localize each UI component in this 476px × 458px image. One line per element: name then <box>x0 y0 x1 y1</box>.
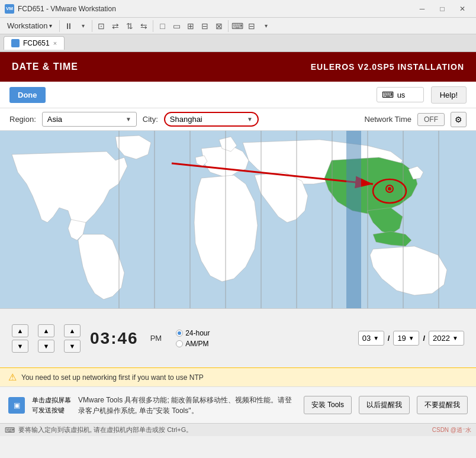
seconds-up-button[interactable]: ▲ <box>64 324 81 337</box>
month-value: 03 <box>362 334 371 343</box>
vm-screen[interactable]: DATE & TIME EULEROS V2.0SP5 INSTALLATION… <box>0 52 476 423</box>
tab-label: FCD651 <box>23 39 50 47</box>
done-button[interactable]: Done <box>9 87 46 103</box>
terminal-icon[interactable]: ⌨ <box>231 20 244 33</box>
tab-vm-icon <box>11 39 20 47</box>
title-bar-text: FCD651 - VMware Workstation <box>18 5 413 13</box>
close-button[interactable]: ✕ <box>454 3 471 15</box>
time-format-group: 24-hour AM/PM <box>176 329 210 348</box>
no-remind-button[interactable]: 不要提醒我 <box>417 396 468 414</box>
hours-controls: ▲ ▼ <box>12 324 28 353</box>
date-separator-1: / <box>388 334 390 343</box>
csdn-watermark: CSDN @逍⁻水 <box>432 426 471 434</box>
hours-up-button[interactable]: ▲ <box>12 324 28 337</box>
window-icon-2[interactable]: ▭ <box>170 20 183 33</box>
vm-icon-2[interactable]: ⇄ <box>109 20 122 33</box>
hours-down-button[interactable]: ▼ <box>12 340 28 353</box>
day-select[interactable]: 19 ▼ <box>393 331 419 346</box>
24hour-label: 24-hour <box>185 329 210 337</box>
svg-rect-5 <box>260 131 262 308</box>
network-time-toggle[interactable]: OFF <box>417 113 445 126</box>
keyboard-input-area: ⌨ us <box>377 87 424 102</box>
tab-close-button[interactable]: × <box>53 40 57 47</box>
world-map <box>0 131 476 308</box>
year-value: 2022 <box>433 334 450 343</box>
svg-rect-9 <box>403 131 404 308</box>
vm-tools-description: VMware Tools 具有很多功能; 能改善鼠标移动性、视频和性能。请登录客… <box>78 395 297 416</box>
window-icon-3[interactable]: ⊞ <box>184 20 197 33</box>
toolbar-dropdown-2[interactable]: ▾ <box>259 20 272 33</box>
24hour-radio[interactable] <box>176 330 183 337</box>
status-message: 要将输入定向到该虚拟机, 请在虚拟机内部单击或按 Ctrl+G。 <box>18 425 192 434</box>
pause-icon[interactable]: ⏸ <box>62 20 75 33</box>
vm-icon-1[interactable]: ⊡ <box>95 20 108 33</box>
city-dropdown-icon: ▼ <box>247 116 253 122</box>
city-value: Shanghai <box>170 115 202 124</box>
24hour-option[interactable]: 24-hour <box>176 329 210 337</box>
svg-rect-7 <box>332 131 333 308</box>
seconds-down-button[interactable]: ▼ <box>64 340 81 353</box>
warning-bar: ⚠ You need to set up networking first if… <box>0 367 476 386</box>
window-controls: ─ □ ✕ <box>413 3 471 15</box>
gear-button[interactable]: ⚙ <box>451 112 467 127</box>
year-select[interactable]: 2022 ▼ <box>429 331 464 346</box>
minutes-up-button[interactable]: ▲ <box>38 324 54 337</box>
svg-rect-1 <box>118 131 120 308</box>
menu-separator-4 <box>228 20 229 32</box>
toolbar-group-4: ⌨ ⊟ ▾ <box>231 20 272 33</box>
month-select[interactable]: 03 ▼ <box>358 331 384 346</box>
keyboard-icon: ⌨ <box>382 90 394 99</box>
vm-tools-icon: ▣ <box>8 397 25 414</box>
region-value: Asia <box>47 115 62 124</box>
time-area: ▲ ▼ ▲ ▼ ▲ ▼ 03:46 PM 24-hour AM/PM 03 <box>0 308 476 367</box>
svg-rect-2 <box>154 131 155 308</box>
city-label: City: <box>143 115 158 124</box>
vm-icon-3[interactable]: ⇅ <box>123 20 136 33</box>
status-bar: ⌨ 要将输入定向到该虚拟机, 请在虚拟机内部单击或按 Ctrl+G。 CSDN … <box>0 423 476 436</box>
window-icon-1[interactable]: □ <box>156 20 169 33</box>
vm-info-text-group: 单击虚拟屏幕 可发送按键 <box>32 396 71 415</box>
date-area: 03 ▼ / 19 ▼ / 2022 ▼ <box>358 331 464 346</box>
toolbar-group-1: ⏸ ▾ <box>62 20 89 33</box>
header-subtitle: EULEROS V2.0SP5 INSTALLATION <box>311 62 464 72</box>
svg-rect-8 <box>367 131 368 308</box>
vm-icon-symbol: ▣ <box>14 401 20 409</box>
warning-message: You need to set up networking first if y… <box>21 373 204 382</box>
workstation-menu[interactable]: Workstation ▾ <box>2 19 57 33</box>
time-display: 03:46 <box>90 329 139 348</box>
title-bar: VM FCD651 - VMware Workstation ─ □ ✕ <box>0 0 476 18</box>
help-button[interactable]: Help! <box>431 86 467 104</box>
window-icon-4[interactable]: ⊟ <box>198 20 211 33</box>
ampm-option[interactable]: AM/PM <box>176 340 210 348</box>
toolbar-group-2: ⊡ ⇄ ⇅ ⇆ <box>95 20 150 33</box>
minutes-down-button[interactable]: ▼ <box>38 340 54 353</box>
app-icon: VM <box>5 4 14 14</box>
menu-separator-1 <box>59 20 60 32</box>
ampm-radio[interactable] <box>176 340 183 347</box>
month-dropdown-icon: ▼ <box>373 335 379 341</box>
vm-tab[interactable]: FCD651 × <box>4 36 65 50</box>
minimize-button[interactable]: ─ <box>413 3 431 15</box>
toolbar-dropdown-1[interactable]: ▾ <box>76 20 89 33</box>
maximize-button[interactable]: □ <box>433 3 451 15</box>
vm-icon-4[interactable]: ⇆ <box>137 20 150 33</box>
menu-separator-2 <box>92 20 92 32</box>
vm-info-line2: 可发送按键 <box>32 406 71 415</box>
svg-rect-6 <box>296 131 297 308</box>
keyboard-lang: us <box>397 91 406 99</box>
region-select[interactable]: Asia ▼ <box>42 112 137 127</box>
svg-point-12 <box>388 187 391 191</box>
svg-rect-16 <box>346 131 361 308</box>
region-label: Region: <box>9 115 36 124</box>
remind-later-button[interactable]: 以后提醒我 <box>359 396 410 414</box>
map-svg <box>0 131 476 308</box>
svg-rect-3 <box>189 131 191 308</box>
install-tools-button[interactable]: 安装 Tools <box>304 396 352 414</box>
bottom-info-bar: ▣ 单击虚拟屏幕 可发送按键 VMware Tools 具有很多功能; 能改善鼠… <box>0 386 476 423</box>
city-select[interactable]: Shanghai ▼ <box>164 112 259 127</box>
window-icon-5[interactable]: ⊠ <box>213 20 226 33</box>
year-dropdown-icon: ▼ <box>452 335 458 341</box>
usb-icon[interactable]: ⊟ <box>245 20 258 33</box>
date-separator-2: / <box>423 334 425 343</box>
header-bar: DATE & TIME EULEROS V2.0SP5 INSTALLATION <box>0 52 476 82</box>
